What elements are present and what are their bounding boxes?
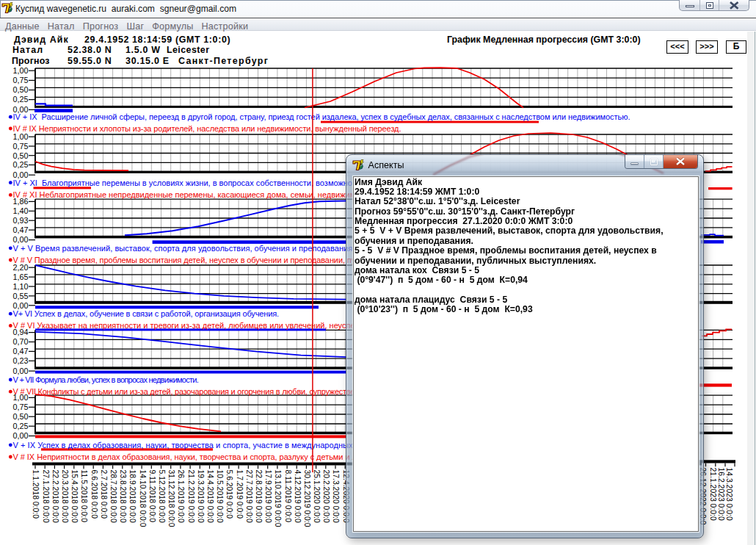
svg-text:0,93: 0,93 (12, 216, 28, 225)
svg-text:1,40: 1,40 (12, 206, 28, 215)
svg-text:26.1.2019 0:0:0: 26.1.2019 0:0:0 (177, 470, 185, 523)
svg-text:11.5.2018 0:0:0: 11.5.2018 0:0:0 (80, 470, 88, 523)
svg-text:0,23: 0,23 (12, 356, 28, 365)
svg-text:21.1.2023 0:0:0: 21.1.2023 0:0:0 (709, 468, 717, 521)
svg-text:0,47: 0,47 (12, 225, 28, 234)
svg-text:0,00: 0,00 (12, 431, 28, 440)
svg-text:0,75: 0,75 (12, 403, 28, 411)
svg-text:V + V Время развлечений, выста: V + V Время развлечений, выставок, спорт… (13, 244, 355, 253)
svg-text:22.2.2018 0:0:0: 22.2.2018 0:0:0 (51, 470, 59, 523)
svg-text:22.8.2019 0:0:0: 22.8.2019 0:0:0 (255, 470, 263, 523)
svg-text:5.12.2018 0:0:0: 5.12.2018 0:0:0 (158, 470, 166, 523)
svg-text:17.3.2020 0:0:0: 17.3.2020 0:0:0 (332, 470, 340, 523)
svg-text:14.3.2023 0:0:0: 14.3.2023 0:0:0 (725, 468, 733, 521)
svg-text:6.6.2018 0:0:0: 6.6.2018 0:0:0 (90, 470, 98, 519)
svg-text:10.5.2019 0:0:0: 10.5.2019 0:0:0 (216, 470, 224, 523)
svg-text:0,70: 0,70 (12, 337, 28, 346)
svg-text:0,00: 0,00 (12, 301, 28, 310)
svg-text:8.11.2019 0:0:0: 8.11.2019 0:0:0 (284, 470, 292, 523)
svg-text:IV # IX Неприятности и хлопоты: IV # IX Неприятности и хлопоты из-за род… (13, 124, 401, 133)
svg-text:0,50: 0,50 (12, 412, 28, 421)
svg-text:27.1.2018 0:0:0: 27.1.2018 0:0:0 (42, 470, 50, 523)
svg-text:27.7.2019 0:0:0: 27.7.2019 0:0:0 (245, 470, 253, 523)
svg-text:IV + IX Расширение личной сфе: IV + IX Расширение личной сферы, переезд… (13, 112, 630, 121)
svg-text:0,50: 0,50 (12, 85, 28, 94)
svg-text:IV # XI Неблагоприятные непред: IV # XI Неблагоприятные непредвиденные п… (13, 190, 375, 199)
svg-text:4.12.2019 0:0:0: 4.12.2019 0:0:0 (294, 470, 302, 523)
svg-text:V # IX Неприятности в делах об: V # IX Неприятности в делах образования,… (13, 452, 396, 461)
svg-text:V + IX Успех в делах образован: V + IX Успех в делах образования, науки,… (13, 441, 380, 450)
svg-text:0,25: 0,25 (12, 422, 28, 430)
svg-text:0,00: 0,00 (12, 235, 28, 244)
svg-text:16.2.2023 0:0:0: 16.2.2023 0:0:0 (717, 468, 725, 521)
svg-text:0,25: 0,25 (12, 160, 28, 169)
svg-text:20.3.2018 0:0:0: 20.3.2018 0:0:0 (61, 470, 69, 523)
svg-text:0,75: 0,75 (12, 76, 28, 84)
svg-text:V # VI Указывает на неприятнос: V # VI Указывает на неприятности и трево… (13, 321, 390, 330)
svg-text:31.12.2018 0:0:0: 31.12.2018 0:0:0 (167, 470, 175, 527)
svg-text:20.2.2020 0:0:0: 20.2.2020 0:0:0 (322, 470, 330, 523)
svg-text:21.2.2019 0:0:0: 21.2.2019 0:0:0 (187, 470, 195, 523)
svg-text:1,65: 1,65 (12, 272, 28, 281)
svg-text:13.10.2019 0:0:0: 13.10.2019 0:0:0 (274, 470, 282, 527)
svg-text:1,10: 1,10 (12, 282, 28, 291)
svg-text:1,00: 1,00 (12, 66, 28, 75)
svg-text:15.4.2018 0:0:0: 15.4.2018 0:0:0 (70, 470, 79, 523)
svg-text:V + VII Формула любви, успех в: V + VII Формула любви, успех в вопросах … (13, 375, 199, 384)
svg-text:1.1.2018 0:0:0: 1.1.2018 0:0:0 (32, 470, 40, 519)
svg-text:28.7.2018 0:0:0: 28.7.2018 0:0:0 (109, 470, 117, 523)
svg-text:0,25: 0,25 (12, 95, 28, 104)
svg-text:5.6.2019 0:0:0: 5.6.2019 0:0:0 (225, 470, 233, 519)
svg-text:2.7.2018 0:0:0: 2.7.2018 0:0:0 (100, 470, 108, 519)
svg-text:0,75: 0,75 (12, 142, 28, 151)
svg-text:1,00: 1,00 (12, 132, 28, 141)
svg-text:9.11.2018 0:0:0: 9.11.2018 0:0:0 (148, 470, 156, 523)
svg-text:0,00: 0,00 (12, 367, 28, 375)
svg-text:0,55: 0,55 (12, 292, 28, 300)
svg-text:30.12.2019 0:0:0: 30.12.2019 0:0:0 (303, 470, 311, 527)
svg-text:18.9.2018 0:0:0: 18.9.2018 0:0:0 (128, 470, 137, 523)
svg-text:14.10.2018 0:0:0: 14.10.2018 0:0:0 (139, 470, 147, 527)
svg-text:14.4.2019 0:0:0: 14.4.2019 0:0:0 (206, 470, 214, 523)
svg-text:0,47: 0,47 (12, 347, 28, 355)
svg-text:V+ VI Успех в делах, обучение: V+ VI Успех в делах, обучение в связи с … (13, 309, 279, 318)
svg-text:V # VII Конфликты с детьми или: V # VII Конфликты с детьми или из-за дет… (13, 387, 357, 396)
svg-text:17.9.2019 0:0:0: 17.9.2019 0:0:0 (264, 470, 272, 523)
svg-text:1.7.2019 0:0:0: 1.7.2019 0:0:0 (236, 470, 244, 519)
svg-text:25.1.2020 0:0:0: 25.1.2020 0:0:0 (313, 470, 321, 523)
svg-text:23.8.2018 0:0:0: 23.8.2018 0:0:0 (119, 470, 127, 523)
svg-text:0,50: 0,50 (12, 151, 28, 160)
svg-text:19.3.2019 0:0:0: 19.3.2019 0:0:0 (197, 470, 205, 523)
